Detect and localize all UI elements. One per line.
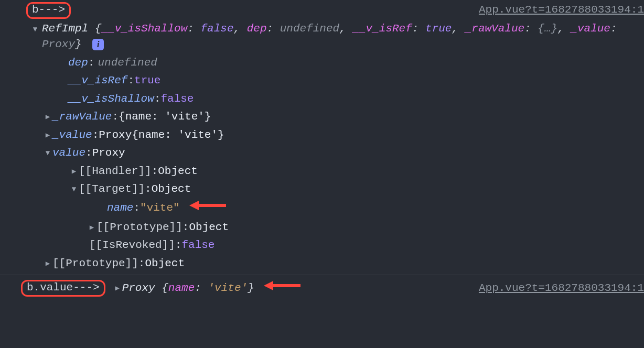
arrow-annotation-icon (189, 199, 227, 217)
caret-right-icon[interactable] (43, 130, 52, 140)
prop-row[interactable]: _rawValue: {name: 'vite'} (0, 108, 644, 126)
caret-right-icon[interactable] (113, 283, 122, 293)
prop-row[interactable]: dep: undefined (0, 54, 644, 72)
prop-row[interactable]: [[IsRevoked]]: false (0, 236, 644, 254)
annotation-marker: b.value---> (21, 280, 105, 297)
caret-right-icon[interactable] (43, 112, 52, 122)
prop-row[interactable]: [[Prototype]]: Object (0, 219, 644, 236)
caret-down-icon[interactable] (69, 184, 79, 194)
console-log-row: b---> App.vue?t=1682788033194:1 (0, 1, 644, 20)
info-icon[interactable]: i (92, 39, 104, 50)
prop-row[interactable]: [[Handler]]: Object (0, 162, 644, 180)
prop-row[interactable]: __v_isShallow: false (0, 90, 644, 108)
prop-row[interactable]: name: "vite" (0, 198, 644, 218)
caret-down-icon[interactable] (30, 24, 40, 35)
prop-row[interactable]: [[Target]]: Object (0, 180, 644, 198)
source-link[interactable]: App.vue?t=1682788033194:1 (479, 2, 644, 18)
log-prefix: b---> (32, 2, 65, 18)
caret-down-icon[interactable] (43, 148, 52, 158)
annotation-marker: b---> (26, 2, 71, 19)
console-log-row: b.value---> Proxy {name: 'vite'} App.vue… (0, 275, 644, 297)
arrow-annotation-icon (264, 279, 302, 297)
prop-row[interactable]: __v_isRef: true (0, 72, 644, 90)
object-summary[interactable]: RefImpl {__v_isShallow: false, dep: unde… (0, 20, 644, 54)
caret-right-icon[interactable] (69, 166, 79, 177)
caret-right-icon[interactable] (43, 258, 52, 269)
proxy-label: Proxy (122, 282, 155, 294)
caret-right-icon[interactable] (87, 222, 96, 233)
prop-row[interactable]: _value: Proxy {name: 'vite'} (0, 126, 644, 144)
source-link[interactable]: App.vue?t=1682788033194:1 (479, 280, 644, 296)
class-name: RefImpl (42, 23, 88, 35)
log-prefix: b.value---> (27, 280, 100, 296)
prop-row[interactable]: value: Proxy (0, 144, 644, 162)
prop-row[interactable]: [[Prototype]]: Object (0, 255, 644, 273)
